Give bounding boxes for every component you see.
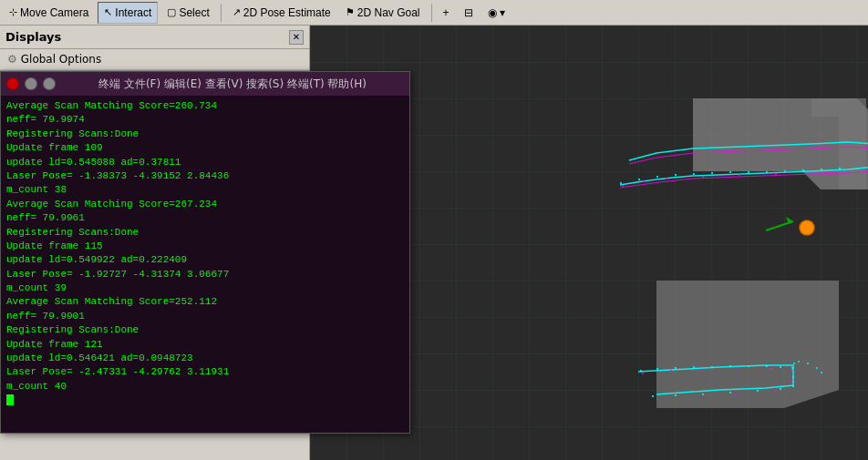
terminal-line: Average Scan Matching Score=267.234 [6, 198, 404, 211]
svg-rect-25 [666, 178, 667, 179]
terminal-line: m_count 39 [6, 281, 404, 295]
terminal-line: Average Scan Matching Score=252.112 [6, 295, 404, 309]
terminal-line: m_count 38 [6, 183, 404, 197]
terminal-line: m_count 40 [6, 380, 404, 394]
terminal-line: update ld=0.546421 ad=0.0948723 [6, 352, 404, 365]
svg-rect-65 [780, 388, 781, 390]
svg-point-52 [800, 220, 814, 235]
eye-menu-button[interactable]: ◉ ▾ [482, 2, 511, 24]
main-area: Displays ✕ ⚙ Global Options 终端 文件(F) 编辑(… [0, 26, 868, 460]
nav-goal-button[interactable]: ⚑ 2D Nav Goal [340, 2, 426, 24]
svg-rect-15 [784, 170, 786, 172]
left-panel: Displays ✕ ⚙ Global Options 终端 文件(F) 编辑(… [0, 26, 310, 460]
nav-goal-label: 2D Nav Goal [357, 6, 420, 19]
displays-close-button[interactable]: ✕ [289, 30, 304, 45]
svg-rect-72 [670, 370, 672, 372]
terminal-maximize-button[interactable] [43, 77, 56, 90]
terminal-line: neff= 79.9974 [6, 113, 404, 127]
svg-rect-26 [702, 176, 704, 178]
svg-rect-64 [792, 385, 794, 387]
minus-icon-button[interactable]: ⊟ [459, 2, 479, 24]
move-camera-button[interactable]: ⊹ Move Camera [4, 2, 94, 24]
svg-rect-10 [693, 173, 695, 175]
pose-estimate-icon: ↗ [232, 6, 241, 18]
terminal-line: Update frame 115 [6, 240, 404, 253]
svg-rect-76 [790, 370, 792, 372]
terminal-line: Laser Pose= -2.47331 -4.29762 3.11931 [6, 365, 404, 379]
svg-rect-23 [622, 185, 624, 187]
terminal-line: Registering Scans:Done [6, 323, 404, 337]
svg-rect-79 [734, 394, 736, 395]
global-options-item[interactable]: ⚙ Global Options [0, 49, 309, 70]
svg-rect-30 [848, 171, 850, 173]
svg-rect-80 [793, 363, 795, 364]
interact-icon: ↖ [104, 6, 112, 18]
terminal-close-button[interactable] [6, 77, 19, 90]
svg-rect-11 [711, 172, 713, 174]
svg-rect-28 [775, 173, 777, 175]
svg-rect-58 [729, 365, 731, 367]
svg-rect-60 [766, 365, 768, 367]
terminal-line: Registering Scans:Done [6, 128, 404, 141]
svg-rect-61 [780, 366, 781, 368]
move-camera-icon: ⊹ [9, 6, 17, 18]
svg-rect-9 [675, 174, 677, 176]
divider-2 [431, 4, 432, 22]
chevron-down-icon: ▾ [500, 6, 505, 19]
terminal-line: neff= 79.9961 [6, 211, 404, 225]
terminal-minimize-button[interactable] [25, 77, 37, 90]
svg-rect-68 [702, 394, 704, 395]
svg-rect-4 [811, 98, 866, 117]
gear-icon: ⚙ [7, 53, 17, 66]
svg-rect-78 [775, 391, 777, 393]
nav-goal-icon: ⚑ [346, 6, 355, 18]
svg-rect-62 [791, 367, 793, 369]
terminal-line: Registering Scans:Done [6, 226, 404, 240]
pose-estimate-label: 2D Pose Estimate [243, 6, 331, 19]
svg-rect-13 [748, 171, 749, 173]
svg-rect-82 [807, 363, 809, 364]
svg-rect-69 [675, 394, 677, 396]
svg-rect-55 [675, 367, 677, 369]
terminal-cursor-line [6, 394, 404, 407]
svg-rect-73 [702, 369, 704, 371]
add-icon: + [443, 6, 450, 19]
svg-rect-81 [798, 361, 800, 363]
svg-rect-77 [790, 381, 792, 383]
svg-rect-6 [620, 182, 622, 184]
svg-rect-67 [729, 392, 731, 394]
toolbar: ⊹ Move Camera ↖ Interact ▢ Select ↗ 2D P… [0, 0, 868, 26]
minus-icon: ⊟ [464, 6, 473, 19]
svg-rect-84 [821, 372, 822, 373]
svg-rect-14 [766, 171, 768, 173]
svg-rect-16 [802, 169, 804, 171]
terminal-line: update ld=0.545088 ad=0.37811 [6, 156, 404, 169]
interact-button[interactable]: ↖ Interact [98, 2, 158, 24]
pose-estimate-button[interactable]: ↗ 2D Pose Estimate [227, 2, 336, 24]
select-button[interactable]: ▢ Select [161, 2, 214, 24]
terminal-title: 终端 文件(F) 编辑(E) 查看(V) 搜索(S) 终端(T) 帮助(H) [61, 77, 404, 92]
svg-rect-7 [638, 179, 640, 180]
select-label: Select [179, 6, 209, 19]
terminal-titlebar: 终端 文件(F) 编辑(E) 查看(V) 搜索(S) 终端(T) 帮助(H) [1, 72, 409, 96]
svg-rect-71 [642, 373, 644, 374]
select-icon: ▢ [167, 6, 176, 18]
svg-rect-63 [792, 376, 794, 378]
svg-rect-8 [656, 176, 658, 178]
global-options-label: Global Options [21, 53, 101, 66]
terminal-line: Average Scan Matching Score=260.734 [6, 99, 404, 113]
terminal-line: Update frame 121 [6, 338, 404, 352]
terminal-line: update ld=0.549922 ad=0.222409 [6, 253, 404, 267]
interact-label: Interact [115, 6, 151, 19]
svg-rect-53 [640, 370, 642, 372]
displays-header: Displays ✕ [0, 26, 309, 49]
svg-rect-24 [643, 180, 645, 182]
terminal-body[interactable]: Average Scan Matching Score=260.734neff=… [1, 96, 409, 433]
svg-rect-29 [811, 172, 813, 174]
svg-rect-59 [748, 365, 749, 367]
svg-rect-27 [739, 174, 740, 176]
svg-rect-66 [757, 390, 759, 392]
add-icon-button[interactable]: + [438, 2, 455, 24]
terminal-line: Laser Pose= -1.92727 -4.31374 3.06677 [6, 268, 404, 281]
svg-rect-83 [816, 367, 818, 369]
